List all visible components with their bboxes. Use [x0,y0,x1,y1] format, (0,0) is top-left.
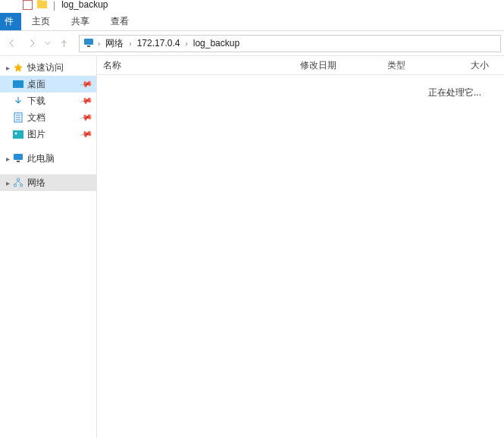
status-text: 正在处理它... [428,86,481,99]
svg-rect-0 [84,39,93,45]
tab-file[interactable]: 件 [0,13,21,30]
document-icon [12,111,24,124]
column-header-type-label: 类型 [387,59,405,72]
tab-share-label: 共享 [71,15,89,28]
sidebar-quick-access[interactable]: ▸ 快速访问 [0,59,96,76]
breadcrumb-folder[interactable]: log_backup [191,38,242,48]
file-list-view[interactable]: 名称 修改日期 类型 大小 正在处理它... [97,56,504,438]
sidebar-item-label: 桌面 [27,78,45,91]
arrow-right-icon [27,38,37,48]
column-header-type[interactable]: 类型 [381,56,465,74]
sidebar-item-documents[interactable]: 文档 📌 [0,109,96,126]
column-header-name[interactable]: 名称 [97,56,294,74]
breadcrumb-host[interactable]: 172.17.0.4 [135,38,183,48]
breadcrumb-separator-icon[interactable]: › [183,39,189,48]
column-header-size[interactable]: 大小 [465,56,504,74]
recent-locations-button[interactable] [42,34,53,52]
download-icon [12,95,24,107]
pin-icon: 📌 [80,77,94,92]
sidebar-item-label: 下载 [27,95,45,108]
folder-icon [37,1,47,8]
svg-rect-2 [13,80,23,88]
main-area: ▸ 快速访问 桌面 📌 下载 📌 [0,56,504,438]
sidebar-item-desktop[interactable]: 桌面 📌 [0,76,96,92]
sidebar-network-label: 网络 [27,177,45,189]
breadcrumb-network[interactable]: 网络 [103,37,126,50]
svg-rect-7 [13,130,23,139]
chevron-down-icon [42,38,53,48]
star-icon [12,61,24,74]
desktop-icon [12,78,24,90]
sidebar-item-downloads[interactable]: 下载 📌 [0,92,96,109]
tab-home-label: 主页 [32,15,50,28]
computer-icon [83,37,95,49]
expander-icon[interactable]: ▸ [3,179,12,187]
pictures-icon [12,128,24,140]
tab-share[interactable]: 共享 [61,13,100,30]
svg-line-14 [15,181,18,184]
sidebar-quick-access-label: 快速访问 [27,61,64,74]
svg-line-15 [18,181,21,184]
window-title-text: log_backup [61,0,108,10]
column-header-name-label: 名称 [103,59,121,72]
address-bar[interactable]: › 网络 › 172.17.0.4 › log_backup [79,35,501,52]
column-headers: 名称 修改日期 类型 大小 [97,56,504,75]
svg-rect-10 [17,161,20,162]
arrow-left-icon [7,38,17,48]
sidebar-item-label: 文档 [27,111,45,124]
title-separator: | [53,0,55,11]
tab-view-label: 查看 [111,15,129,28]
breadcrumb-separator-icon[interactable]: › [96,39,102,48]
tab-file-label: 件 [5,15,14,28]
back-button[interactable] [3,34,21,52]
column-header-size-label: 大小 [471,59,489,72]
app-icon [23,0,33,10]
svg-point-11 [17,178,20,181]
sidebar-item-pictures[interactable]: 图片 📌 [0,126,96,142]
navigation-bar: › 网络 › 172.17.0.4 › log_backup [0,31,504,56]
svg-rect-9 [14,154,23,160]
this-pc-icon [12,152,24,164]
column-header-date[interactable]: 修改日期 [294,56,381,74]
network-icon [12,177,24,189]
svg-rect-1 [87,45,90,47]
expander-icon[interactable]: ▸ [3,64,12,72]
location-icon [83,37,95,49]
breadcrumb-separator-icon[interactable]: › [127,39,133,48]
arrow-up-icon [59,39,69,48]
svg-point-8 [15,132,17,134]
svg-point-13 [20,184,23,187]
sidebar-item-label: 图片 [27,128,45,141]
expander-icon[interactable]: ▸ [3,155,12,163]
sidebar-network[interactable]: ▸ 网络 [0,174,96,191]
sidebar-this-pc-label: 此电脑 [27,152,55,165]
window-title-bar: | log_backup [0,0,504,13]
tab-home[interactable]: 主页 [21,13,61,30]
pin-icon: 📌 [80,94,94,108]
svg-point-12 [14,184,17,187]
sidebar-this-pc[interactable]: ▸ 此电脑 [0,150,96,167]
navigation-pane: ▸ 快速访问 桌面 📌 下载 📌 [0,56,97,438]
pin-icon: 📌 [80,111,94,125]
pin-icon: 📌 [80,127,94,142]
column-header-date-label: 修改日期 [300,59,337,72]
tab-view[interactable]: 查看 [100,13,139,30]
ribbon-tabs: 件 主页 共享 查看 [0,13,504,31]
up-button[interactable] [55,34,73,52]
forward-button[interactable] [23,34,41,52]
